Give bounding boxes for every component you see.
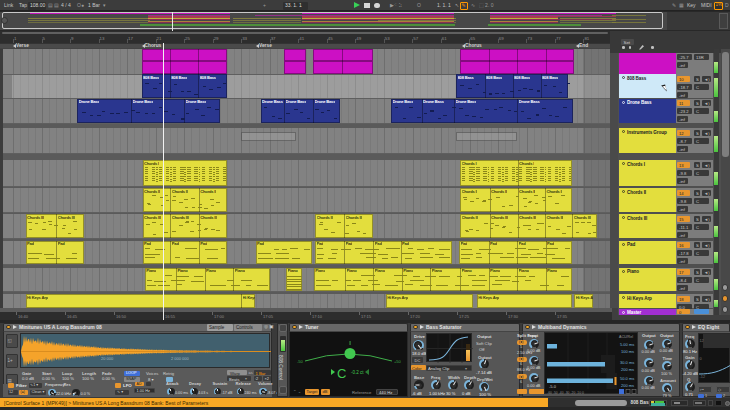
svg-text:200 ms: 200 ms xyxy=(621,383,634,388)
svg-text:-5.0: -5.0 xyxy=(549,384,557,389)
svg-text:12: 12 xyxy=(700,339,704,343)
svg-text:50.0 ms: 50.0 ms xyxy=(620,376,634,381)
svg-text:30.0 ms: 30.0 ms xyxy=(620,360,634,365)
svg-text:2 000 000: 2 000 000 xyxy=(171,356,190,361)
svg-text:-60 -50 -40 -30 -20 -10: -60 -50 -40 -30 -20 -10 0 xyxy=(547,391,584,395)
svg-text:0: 0 xyxy=(700,357,702,361)
svg-text:100 ms: 100 ms xyxy=(621,349,634,354)
svg-text:-50: -50 xyxy=(297,359,304,364)
svg-text:C: C xyxy=(337,366,346,381)
svg-text:5.00 ms: 5.00 ms xyxy=(620,342,634,347)
svg-text:20 000: 20 000 xyxy=(101,356,114,361)
svg-text:-12: -12 xyxy=(700,375,706,379)
svg-text:-0.2 ct: -0.2 ct xyxy=(351,370,364,375)
svg-text:200 ms: 200 ms xyxy=(621,367,634,372)
svg-text:ACU/Rel: ACU/Rel xyxy=(619,335,633,339)
svg-text:+50: +50 xyxy=(394,359,402,364)
